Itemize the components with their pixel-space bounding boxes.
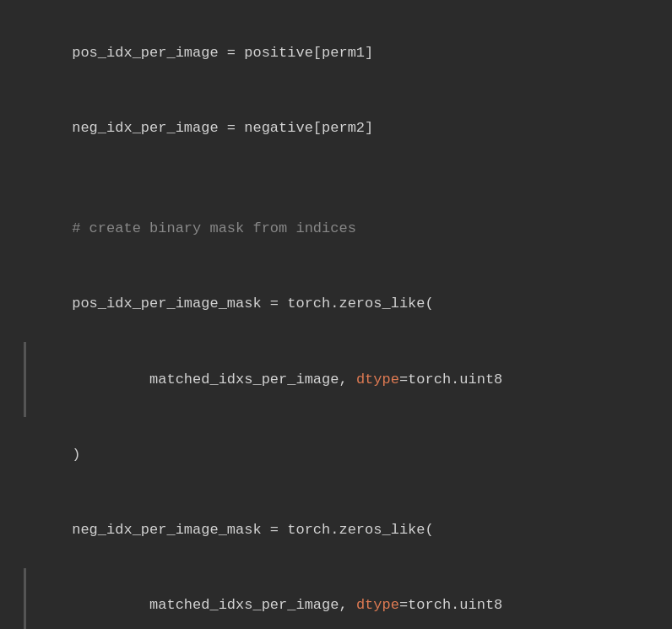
code-line-6: ) (20, 417, 652, 492)
code-line-2: neg_idx_per_image = negative[perm2] (20, 90, 652, 165)
code-line-4: pos_idx_per_image_mask = torch.zeros_lik… (20, 267, 652, 342)
code-block: pos_idx_per_image = positive[perm1] neg_… (0, 15, 672, 629)
code-container: pos_idx_per_image = positive[perm1] neg_… (0, 0, 672, 629)
code-line-7: neg_idx_per_image_mask = torch.zeros_lik… (20, 492, 652, 567)
code-text: matched_idxs_per_image, (115, 371, 356, 388)
code-text: neg_idx_per_image = negative[perm2] (72, 120, 373, 136)
code-text: =torch.uint8 (399, 371, 502, 388)
code-text: pos_idx_per_image_mask = torch.zeros_lik… (72, 296, 433, 312)
code-line-1: pos_idx_per_image = positive[perm1] (20, 15, 652, 90)
code-line-5: matched_idxs_per_image, dtype=torch.uint… (24, 342, 652, 417)
code-line-8: matched_idxs_per_image, dtype=torch.uint… (24, 568, 652, 630)
code-text: ) (72, 447, 80, 463)
dtype-keyword: dtype (356, 371, 399, 388)
code-line-comment: # create binary mask from indices (20, 191, 652, 266)
code-text: neg_idx_per_image_mask = torch.zeros_lik… (72, 522, 433, 538)
code-text: =torch.uint8 (399, 597, 502, 613)
dtype-keyword-2: dtype (356, 597, 399, 613)
comment-text: # create binary mask from indices (72, 220, 356, 236)
code-text: pos_idx_per_image = positive[perm1] (72, 45, 373, 61)
code-line-blank1 (20, 166, 652, 192)
code-text: matched_idxs_per_image, (115, 597, 356, 613)
